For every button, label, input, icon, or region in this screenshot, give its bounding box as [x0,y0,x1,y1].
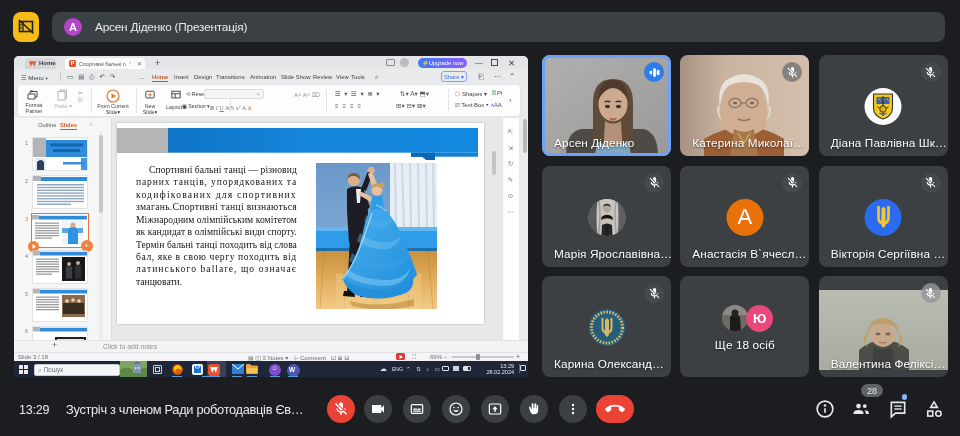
svg-text:28: 28 [867,386,877,396]
